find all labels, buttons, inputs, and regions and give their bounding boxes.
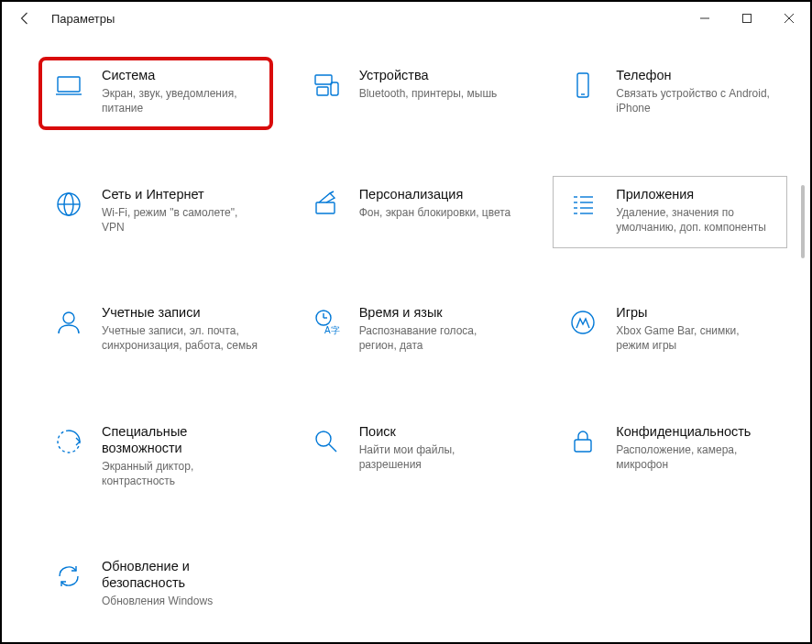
tile-title: Поиск <box>359 423 517 440</box>
easeofaccess-icon <box>52 425 85 458</box>
tile-title: Игры <box>616 304 774 321</box>
tile-desc: Расположение, камера, микрофон <box>616 442 774 472</box>
privacy-icon <box>566 425 599 458</box>
maximize-button[interactable] <box>726 2 768 35</box>
svg-line-15 <box>330 191 334 193</box>
back-button[interactable] <box>15 7 37 29</box>
tile-title: Учетные записи <box>102 304 259 321</box>
accounts-icon <box>52 306 85 339</box>
devices-icon <box>310 69 343 102</box>
tile-title: Система <box>102 67 259 83</box>
svg-rect-4 <box>58 77 80 92</box>
svg-text:A字: A字 <box>324 325 340 335</box>
svg-rect-1 <box>743 15 752 23</box>
svg-rect-14 <box>316 202 335 213</box>
tile-desc: Xbox Game Bar, снимки, режим игры <box>616 323 774 353</box>
settings-content: Система Экран, звук, уведомления, питани… <box>38 57 787 633</box>
titlebar: Параметры <box>2 2 810 35</box>
svg-point-30 <box>316 431 331 446</box>
svg-point-24 <box>63 312 74 323</box>
tile-apps[interactable]: Приложения Удаление, значения по умолчан… <box>553 176 787 249</box>
scrollbar-thumb[interactable] <box>801 185 805 258</box>
tile-title: Телефон <box>616 67 774 83</box>
tile-desc: Распознавание голоса, регион, дата <box>359 323 517 353</box>
window-title: Параметры <box>51 12 115 26</box>
svg-rect-7 <box>317 87 328 95</box>
apps-icon <box>566 188 599 221</box>
tile-title: Приложения <box>616 186 774 202</box>
minimize-button[interactable] <box>684 2 726 35</box>
tile-title: Время и язык <box>359 304 517 321</box>
tile-desc: Bluetooth, принтеры, мышь <box>359 86 498 101</box>
personalization-icon <box>310 188 343 221</box>
gaming-icon <box>566 306 599 339</box>
tile-system[interactable]: Система Экран, звук, уведомления, питани… <box>38 57 273 130</box>
system-icon <box>52 69 85 102</box>
svg-rect-32 <box>575 440 591 452</box>
svg-rect-9 <box>577 73 588 97</box>
svg-rect-6 <box>315 75 332 84</box>
tile-title: Персонализация <box>359 186 511 202</box>
tile-accounts[interactable]: Учетные записи Учетные записи, эл. почта… <box>38 294 273 367</box>
tile-title: Специальные возможности <box>102 423 259 456</box>
search-icon <box>310 425 343 458</box>
tile-title: Устройства <box>359 67 498 83</box>
tile-privacy[interactable]: Конфиденциальность Расположение, камера,… <box>553 413 787 503</box>
svg-point-29 <box>572 311 594 333</box>
network-icon <box>52 188 85 221</box>
tile-desc: Удаление, значения по умолчанию, доп. ко… <box>616 205 774 235</box>
tile-personalization[interactable]: Персонализация Фон, экран блокировки, цв… <box>296 176 531 249</box>
close-button[interactable] <box>768 2 810 35</box>
tile-desc: Фон, экран блокировки, цвета <box>359 205 511 220</box>
time-icon: A字 <box>310 306 343 339</box>
tile-easeofaccess[interactable]: Специальные возможности Экранный диктор,… <box>38 413 273 503</box>
tile-title: Сеть и Интернет <box>102 186 259 202</box>
tile-desc: Обновления Windows <box>102 594 259 608</box>
tile-desc: Связать устройство с Android, iPhone <box>616 86 774 115</box>
svg-line-31 <box>329 444 336 452</box>
tile-network[interactable]: Сеть и Интернет Wi-Fi, режим "в самолете… <box>38 176 273 249</box>
tile-desc: Найти мои файлы, разрешения <box>359 442 517 472</box>
settings-grid: Система Экран, звук, уведомления, питани… <box>38 57 787 623</box>
tile-title: Обновление и безопасность <box>102 558 259 591</box>
tile-desc: Учетные записи, эл. почта, синхронизация… <box>102 323 259 353</box>
tile-search[interactable]: Поиск Найти мои файлы, разрешения <box>296 413 531 503</box>
tile-desc: Экран, звук, уведомления, питание <box>102 86 259 115</box>
tile-gaming[interactable]: Игры Xbox Game Bar, снимки, режим игры <box>553 294 787 367</box>
settings-window: Параметры Система Экран, звук, уведомлен… <box>0 0 812 644</box>
tile-phone[interactable]: Телефон Связать устройство с Android, iP… <box>553 57 787 130</box>
tile-title: Конфиденциальность <box>616 423 774 440</box>
tile-time[interactable]: A字 Время и язык Распознавание голоса, ре… <box>296 294 531 367</box>
tile-desc: Экранный диктор, контрастность <box>102 459 259 488</box>
tile-devices[interactable]: Устройства Bluetooth, принтеры, мышь <box>296 57 531 130</box>
tile-update[interactable]: Обновление и безопасность Обновления Win… <box>38 548 273 622</box>
tile-desc: Wi-Fi, режим "в самолете", VPN <box>102 205 259 235</box>
update-icon <box>52 560 85 593</box>
window-controls <box>684 2 810 35</box>
phone-icon <box>566 69 599 102</box>
